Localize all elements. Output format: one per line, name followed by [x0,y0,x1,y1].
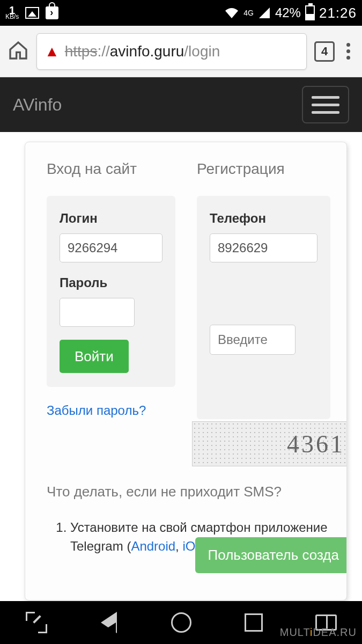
captcha-input[interactable] [210,325,295,355]
auth-card: Вход на сайт Логин Пароль Войти Забыли п… [25,142,347,601]
insecure-warning-icon: ▲ [45,43,60,60]
home-button[interactable] [169,611,193,634]
site-navbar: AVinfo [0,77,362,132]
network-type: 4G [243,9,254,17]
signal-icon [258,6,271,19]
url-path: /login [184,43,220,60]
password-input[interactable] [60,298,135,327]
login-submit-button[interactable]: Войти [60,340,129,373]
browser-toolbar: ▲ https://avinfo.guru/login 4 [0,26,362,77]
battery-icon [305,5,315,20]
battery-percent: 42% [275,5,301,20]
back-button[interactable] [97,611,121,634]
login-panel: Логин Пароль Войти [47,196,175,387]
register-panel: Телефон [197,196,330,419]
android-link[interactable]: Android [131,539,175,553]
register-heading: Регистрация [197,160,330,178]
url-scheme: https [65,43,98,60]
browser-menu-icon[interactable] [342,41,354,62]
forgot-password-link[interactable]: Забыли пароль? [47,403,175,418]
phone-label: Телефон [210,211,317,226]
fullscreen-edit-icon[interactable] [25,611,48,634]
url-bar[interactable]: ▲ https://avinfo.guru/login [36,33,307,70]
sms-help-heading: Что делать, если не приходит SMS? [47,484,330,500]
clock: 21:26 [319,5,357,21]
wifi-icon [224,6,239,19]
home-icon[interactable] [8,40,29,63]
tabs-button[interactable]: 4 [314,41,335,62]
network-speed: 1 KB/s [5,6,19,20]
captcha-image: 4361 [192,421,347,466]
menu-toggle-button[interactable] [302,86,349,123]
watermark: MULTiDEA.RU [280,626,357,639]
url-host: avinfo.guru [110,43,184,60]
image-icon [25,7,39,19]
password-label: Пароль [60,275,162,290]
login-input[interactable] [60,233,162,262]
android-status-bar: 1 KB/s 4G 42% 21:26 [0,0,362,26]
login-heading: Вход на сайт [47,160,175,178]
shop-icon [46,6,58,19]
register-toast: Пользователь созда [195,537,347,573]
phone-input[interactable] [210,233,317,262]
site-title[interactable]: AVinfo [13,95,62,115]
login-label: Логин [60,211,162,226]
recent-apps-button[interactable] [242,611,265,634]
